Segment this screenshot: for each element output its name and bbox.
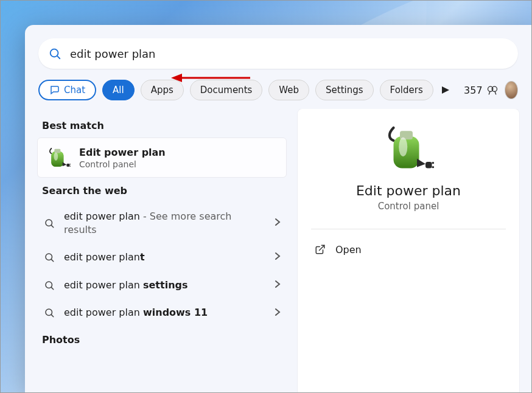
filter-all[interactable]: All [102,80,135,100]
svg-line-17 [51,259,53,261]
search-icon [43,251,55,263]
chevron-right-icon [275,217,281,229]
filter-more-button[interactable] [439,86,452,94]
filter-documents[interactable]: Documents [190,80,263,100]
filter-settings[interactable]: Settings [315,80,374,100]
open-action[interactable]: Open [309,233,508,266]
svg-marker-4 [442,86,449,94]
open-label: Open [335,244,362,256]
web-search-result[interactable]: edit power plant [37,243,287,271]
best-match-title: Edit power plan [79,147,166,158]
svg-line-1 [57,56,60,58]
svg-rect-9 [54,149,60,153]
best-match-subtitle: Control panel [79,159,166,169]
web-result-text: edit power plan windows 11 [64,306,266,319]
filter-label: Settings [326,85,363,96]
search-box[interactable] [38,38,518,69]
svg-point-10 [54,153,58,161]
svg-line-15 [51,225,53,227]
chevron-right-icon [275,307,281,319]
web-search-result[interactable]: edit power plan settings [37,271,287,299]
caret-right-icon [442,86,449,94]
preview-panel: Edit power plan Control panel Open [298,109,519,392]
power-plan-large-icon [383,123,434,175]
filter-label: Web [279,85,299,96]
rewards-count: 357 [464,85,483,96]
filter-label: All [113,85,124,96]
divider [311,229,506,229]
preview-title: Edit power plan [298,183,519,198]
filter-web[interactable]: Web [268,80,309,100]
filter-chat[interactable]: Chat [38,80,96,100]
filter-folders[interactable]: Folders [380,80,433,100]
user-avatar[interactable] [505,81,518,99]
web-result-text: edit power plan - See more search result… [64,210,266,236]
rewards-points[interactable]: 357 [464,84,499,96]
filter-apps[interactable]: Apps [141,80,184,100]
chevron-right-icon [275,251,281,263]
results-column: Best match [37,109,287,392]
section-photos: Photos [37,327,287,352]
search-icon [48,47,61,60]
section-best-match: Best match [37,113,287,137]
open-external-icon [313,243,327,256]
best-match-result[interactable]: Edit power plan Control panel [37,137,287,178]
svg-point-24 [399,137,407,157]
svg-rect-11 [66,164,69,167]
web-result-text: edit power plan settings [64,279,266,292]
svg-line-19 [51,287,53,289]
power-plan-icon [46,145,71,170]
windows-search-panel: Chat All Apps Documents Web Settings Fol… [25,25,531,392]
web-search-result[interactable]: edit power plan windows 11 [37,299,287,327]
web-search-result[interactable]: edit power plan - See more search result… [37,203,287,243]
filter-label: Documents [200,85,253,96]
search-icon [43,217,55,229]
search-icon [43,279,55,291]
bing-chat-icon [49,85,60,96]
search-icon [43,307,55,319]
preview-subtitle: Control panel [298,201,519,212]
filter-label: Folders [390,85,423,96]
svg-line-21 [51,315,53,317]
search-input[interactable] [69,47,508,61]
filter-bar: Chat All Apps Documents Web Settings Fol… [25,69,531,109]
chevron-right-icon [275,279,281,291]
web-result-text: edit power plant [64,251,266,264]
filter-label: Chat [64,85,85,96]
rewards-medal-icon [486,84,499,96]
filter-label: Apps [151,85,173,96]
svg-rect-25 [425,162,432,169]
section-search-web: Search the web [37,178,287,203]
